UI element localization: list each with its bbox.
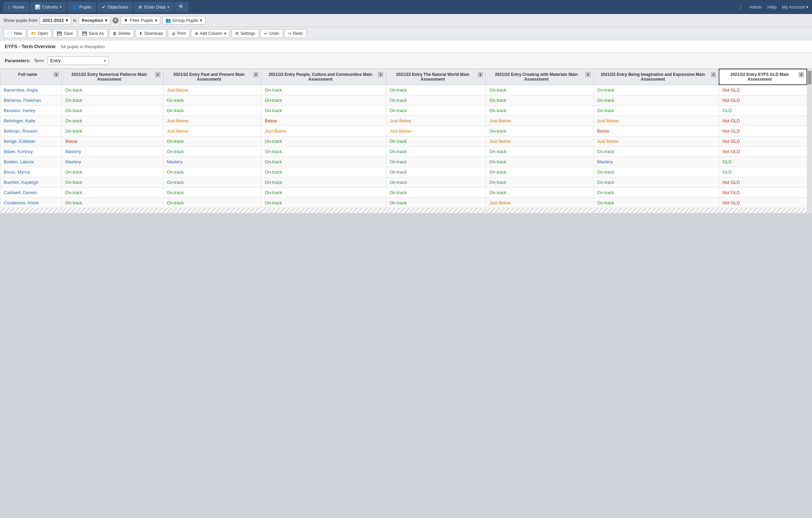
data-cell: On-track [486,147,594,157]
undo-button[interactable]: ↩ Undo [260,29,283,38]
pupil-name-cell[interactable]: Bellman, Roxann [0,126,62,136]
search-button[interactable]: 🔍 [175,2,188,12]
my-account-link[interactable]: My Account ▾ [782,4,809,10]
cohorts-button[interactable]: 📊 Cohorts ▾ [30,2,66,12]
table-row: Barreras, FreemanOn-trackOn-trackOn-trac… [0,95,807,106]
pupil-name-cell[interactable]: Barreras, Freeman [0,95,62,106]
open-icon: 📂 [31,31,36,36]
in-label: in [73,18,77,23]
column-sort-icon-col5[interactable]: ▾ [585,72,591,77]
data-cell: On-track [594,85,719,95]
home-button[interactable]: ⌂ Home [3,2,29,12]
pupil-name-cell[interactable]: Condemos, Anton [0,198,62,208]
data-cell: On-track [261,177,386,188]
group-pupils-arrow-icon: ▾ [200,18,202,23]
data-cell: Below [261,116,386,126]
column-sort-icon-name[interactable]: ▾ [54,72,59,77]
download-button[interactable]: ⬇ Download [135,29,166,38]
data-cell: On-track [386,157,486,167]
term-select[interactable]: Entry [47,56,109,65]
data-cell: On-track [486,177,594,188]
home-label: Home [13,4,25,10]
pupil-name-cell[interactable]: Bruss, Myrna [0,167,62,177]
column-header-text-name: Full name [3,72,52,77]
class-select[interactable]: Reception ▾ [79,16,110,25]
pupil-name-cell[interactable]: Caldwell, Darwin [0,188,62,198]
enter-data-icon: ⊕ [138,4,142,10]
data-cell: On-track [261,147,386,157]
table-row: Buehler, KayleighOn-trackOn-trackOn-trac… [0,177,807,188]
column-sort-icon-col7[interactable]: ▾ [799,72,804,77]
pupil-name-cell[interactable]: Bolden, Latoria [0,157,62,167]
filter-icon: ▼ [124,18,128,23]
column-header-col3: 2021/22 Entry People, Culture and Commun… [261,69,386,85]
table-row: Bibee, KortneyMasteryOn-trackOn-trackOn-… [0,147,807,157]
table-row: Bellman, RoxannOn-trackJust BelowJust Be… [0,126,807,136]
add-column-button[interactable]: ⊕ Add Column ▾ [191,29,230,38]
data-cell: Mastery [594,157,719,167]
enter-data-button[interactable]: ⊕ Enter Data ▾ [134,2,174,12]
page-title: EYFS - Term Overview [5,44,55,49]
column-sort-icon-col6[interactable]: ▾ [711,72,716,77]
term-label: Term [34,58,44,63]
nav-left: ⌂ Home 📊 Cohorts ▾ 👤 Pupils ✔ Objectives… [3,2,188,12]
clear-class-button[interactable]: ✕ [112,17,119,24]
pupil-name-cell[interactable]: Bibee, Kortney [0,147,62,157]
table-inner[interactable]: Full name▾2021/22 Entry Numerical Patter… [0,69,807,213]
pupils-button[interactable]: 👤 Pupils [67,2,96,12]
column-header-text-col5: 2021/22 Entry Creating with Materials Ma… [489,72,584,82]
home-icon: ⌂ [8,4,11,10]
enter-data-label: Enter Data [144,4,165,10]
pupil-name-cell[interactable]: Behringer, Katie [0,116,62,126]
redo-button[interactable]: ↪ Redo [284,29,307,38]
help-link[interactable]: Help [767,4,776,10]
data-cell: On-track [386,188,486,198]
vertical-scrollbar[interactable] [807,69,812,213]
group-pupils-button[interactable]: 👥 Group Pupils ▾ [162,16,205,25]
data-cell: Not GLD [719,188,807,198]
objectives-button[interactable]: ✔ Objectives [97,2,133,12]
pupil-name-cell[interactable]: Beaston, Harley [0,106,62,116]
data-cell: Not GLD [719,95,807,106]
save-as-button[interactable]: 💾 Save As [78,29,108,38]
data-cell: On-track [261,157,386,167]
add-column-arrow-icon: ▾ [224,31,226,36]
admin-link[interactable]: Admin [749,4,762,10]
year-arrow-icon: ▾ [66,18,68,23]
params-label: Parameters: [5,58,30,63]
data-cell: On-track [386,147,486,157]
year-select[interactable]: 2021-2022 ▾ [40,16,71,25]
pupil-name-cell[interactable]: Benge, Esteban [0,136,62,147]
delete-button[interactable]: 🗑 Delete [109,29,134,38]
filter-pupils-button[interactable]: ▼ Filter Pupils ▾ [121,16,160,25]
column-sort-icon-col4[interactable]: ▾ [478,72,483,77]
table-body: Barrentine, AnglaOn-trackJust BelowOn-tr… [0,85,807,213]
data-cell: On-track [486,167,594,177]
save-button[interactable]: 💾 Save [53,29,77,38]
data-cell: Just Below [163,116,261,126]
data-cell: On-track [386,198,486,208]
data-cell: On-track [62,95,163,106]
table-row: Behringer, KatieOn-trackJust BelowBelowJ… [0,116,807,126]
data-cell: On-track [261,136,386,147]
data-cell: GLD [719,157,807,167]
table-scroll-area: Full name▾2021/22 Entry Numerical Patter… [0,69,812,213]
save-icon: 💾 [57,31,62,36]
new-button[interactable]: 📄 New [3,29,26,38]
open-button[interactable]: 📂 Open [27,29,52,38]
data-cell: Below [62,136,163,147]
class-value: Reception [82,18,103,23]
data-cell: On-track [163,167,261,177]
pupil-name-cell[interactable]: Barrentine, Angla [0,85,62,95]
scroll-hint-row [0,208,807,213]
data-cell: Just Below [486,116,594,126]
print-button[interactable]: 🖨 Print [168,29,190,38]
column-sort-icon-col3[interactable]: ▾ [378,72,383,77]
column-header-text-col6: 2021/22 Entry Being Imaginative and Expr… [596,72,709,82]
pupil-name-cell[interactable]: Buehler, Kayleigh [0,177,62,188]
column-sort-icon-col2[interactable]: ▾ [253,72,258,77]
column-sort-icon-col1[interactable]: ▾ [155,72,160,77]
settings-button[interactable]: ⚙ Settings [231,29,259,38]
data-cell: Not GLD [719,116,807,126]
data-cell: On-track [486,106,594,116]
